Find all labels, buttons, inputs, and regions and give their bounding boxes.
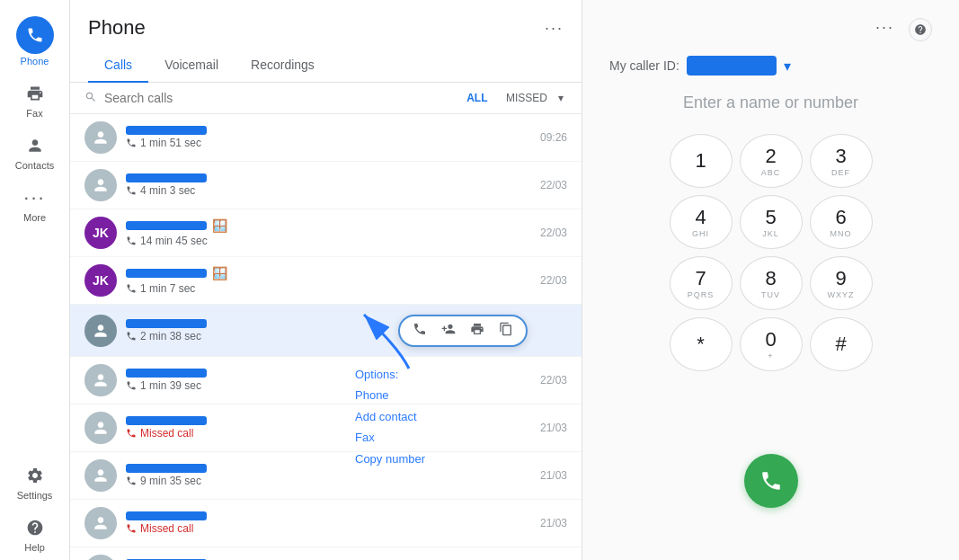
avatar <box>84 121 117 154</box>
dial-button-1[interactable]: 1 <box>670 134 733 188</box>
call-time: 21/03 <box>540 469 567 482</box>
call-item[interactable]: Missed call 21/03 <box>70 500 582 547</box>
right-panel-header: ··· <box>609 18 932 41</box>
call-time: 22/03 <box>540 274 567 287</box>
sidebar-item-contacts-label: Contacts <box>15 160 54 171</box>
dial-button-8[interactable]: 8TUV <box>740 256 803 310</box>
page-title: Phone <box>88 16 146 40</box>
dial-button-0[interactable]: 0+ <box>740 317 803 371</box>
avatar <box>84 412 117 444</box>
avatar <box>84 459 117 492</box>
call-info: 4 min 3 sec <box>126 173 531 197</box>
search-icon <box>84 91 97 106</box>
main-header: Phone ··· <box>70 0 582 49</box>
sidebar-item-phone-label: Phone <box>21 56 49 67</box>
call-item[interactable]: Missed call 21/03 <box>70 404 582 452</box>
call-item[interactable]: 42 sec 21/03 <box>70 547 582 560</box>
call-info: Missed call <box>126 511 531 535</box>
call-time: 22/03 <box>540 179 567 191</box>
dial-button-5[interactable]: 5JKL <box>740 195 803 249</box>
avatar <box>84 169 117 201</box>
dialpad: 1 2ABC 3DEF 4GHI 5JKL 6MNO 7PQRS 8TUV 9W… <box>670 134 873 432</box>
header-more-button[interactable]: ··· <box>545 19 564 38</box>
search-bar: ALL MISSED ▾ <box>70 83 582 114</box>
call-info: 🪟 1 min 7 sec <box>126 266 531 295</box>
call-time: 09:26 <box>540 131 567 144</box>
fax-icon <box>17 81 53 106</box>
caller-id-value[interactable] <box>687 56 777 76</box>
dialer-more-button[interactable]: ··· <box>875 18 894 41</box>
phone-icon <box>16 16 54 54</box>
ms-icon: 🪟 <box>212 218 227 233</box>
dial-button-9[interactable]: 9WXYZ <box>810 256 873 310</box>
call-item-highlighted[interactable]: 2 min 38 sec <box>70 305 582 357</box>
call-info: Missed call <box>126 416 531 440</box>
dial-button-4[interactable]: 4GHI <box>670 195 733 249</box>
avatar <box>84 555 117 560</box>
caller-id-dropdown-icon[interactable]: ▾ <box>784 58 791 75</box>
call-duration-missed: Missed call <box>126 427 531 440</box>
main-panel: Phone ··· Calls Voicemail Recordings ALL… <box>70 0 582 560</box>
dial-button-hash[interactable]: # <box>810 317 873 371</box>
tab-calls[interactable]: Calls <box>88 49 148 83</box>
sidebar-item-help[interactable]: Help <box>0 508 69 560</box>
call-item[interactable]: JK 🪟 14 min 45 sec 22/03 <box>70 209 582 257</box>
call-info: 1 min 51 sec <box>126 126 531 149</box>
filter-all-button[interactable]: ALL <box>463 90 491 106</box>
call-time: 21/03 <box>540 517 567 529</box>
avatar <box>84 507 117 539</box>
right-panel: ··· My caller ID: ▾ Enter a name or numb… <box>582 0 959 560</box>
tab-recordings[interactable]: Recordings <box>235 49 331 83</box>
dial-button-7[interactable]: 7PQRS <box>670 256 733 310</box>
avatar: JK <box>84 217 117 249</box>
action-add-contact-icon[interactable] <box>441 322 456 340</box>
call-info: 🪟 14 min 45 sec <box>126 218 531 247</box>
filter-controls: ALL MISSED ▾ <box>463 90 567 106</box>
avatar: JK <box>84 264 117 297</box>
dial-button-3[interactable]: 3DEF <box>810 134 873 188</box>
ms-icon: 🪟 <box>212 266 227 280</box>
call-duration: 1 min 7 sec <box>126 282 531 295</box>
call-duration: 1 min 39 sec <box>126 379 531 392</box>
action-phone-icon[interactable] <box>413 322 427 340</box>
call-button[interactable] <box>744 454 798 508</box>
call-time: 22/03 <box>540 227 567 239</box>
avatar <box>84 364 117 396</box>
call-duration-missed: Missed call <box>126 522 531 535</box>
sidebar-item-more[interactable]: ··· More <box>0 178 69 230</box>
call-item[interactable]: 4 min 3 sec 22/03 <box>70 162 582 209</box>
caller-id-row: My caller ID: ▾ <box>609 56 932 76</box>
dial-button-star[interactable]: * <box>670 317 733 371</box>
call-item[interactable]: 1 min 39 sec 22/03 <box>70 357 582 404</box>
sidebar-item-contacts[interactable]: Contacts <box>0 126 69 178</box>
call-time: 22/03 <box>540 374 567 387</box>
dial-button-6[interactable]: 6MNO <box>810 195 873 249</box>
call-item[interactable]: 1 min 51 sec 09:26 <box>70 114 582 162</box>
call-duration: 9 min 35 sec <box>126 475 531 487</box>
sidebar-item-settings[interactable]: Settings <box>0 456 69 508</box>
enter-number-placeholder[interactable]: Enter a name or number <box>609 93 932 112</box>
call-time: 21/03 <box>540 422 567 434</box>
sidebar-item-help-label: Help <box>24 542 45 553</box>
filter-dropdown-chevron[interactable]: ▾ <box>555 90 567 106</box>
calls-list: 1 min 51 sec 09:26 4 min 3 sec 22/03 JK <box>70 114 582 560</box>
action-fax-icon[interactable] <box>470 322 484 340</box>
call-duration: 4 min 3 sec <box>126 184 531 197</box>
filter-missed-button[interactable]: MISSED <box>502 90 551 106</box>
sidebar-item-fax[interactable]: Fax <box>0 74 69 126</box>
call-item[interactable]: JK 🪟 1 min 7 sec 22/03 <box>70 257 582 305</box>
dial-button-2[interactable]: 2ABC <box>740 134 803 188</box>
sidebar-item-fax-label: Fax <box>26 108 42 119</box>
sidebar-item-settings-label: Settings <box>17 490 53 501</box>
call-duration: 14 min 45 sec <box>126 235 531 247</box>
tab-voicemail[interactable]: Voicemail <box>148 49 235 83</box>
search-input[interactable] <box>104 91 456 105</box>
call-item[interactable]: 9 min 35 sec 21/03 <box>70 452 582 500</box>
avatar <box>84 315 117 347</box>
action-copy-icon[interactable] <box>499 322 513 340</box>
sidebar-item-phone[interactable]: Phone <box>0 9 69 74</box>
help-button[interactable] <box>909 18 932 41</box>
caller-id-label: My caller ID: <box>609 58 679 73</box>
contacts-icon <box>17 133 53 158</box>
call-info: 9 min 35 sec <box>126 464 531 487</box>
